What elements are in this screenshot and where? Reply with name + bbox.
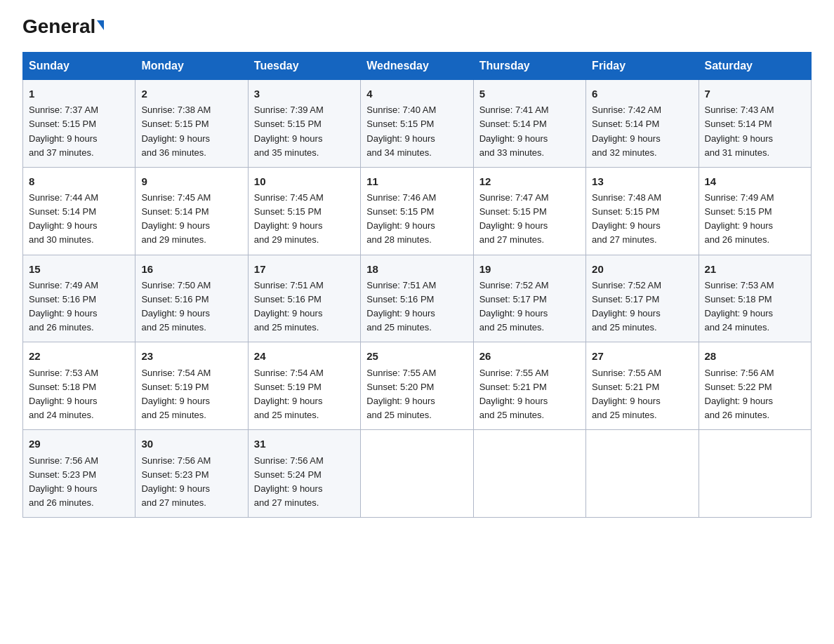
day-info: Sunrise: 7:46 AMSunset: 5:15 PMDaylight:… (366, 191, 467, 248)
day-info: Sunrise: 7:49 AMSunset: 5:15 PMDaylight:… (705, 191, 805, 248)
calendar-day-cell: 17Sunrise: 7:51 AMSunset: 5:16 PMDayligh… (248, 255, 360, 342)
weekday-header-row: SundayMondayTuesdayWednesdayThursdayFrid… (23, 53, 812, 80)
weekday-header-saturday: Saturday (699, 53, 811, 80)
day-info: Sunrise: 7:45 AMSunset: 5:15 PMDaylight:… (254, 191, 355, 248)
day-number: 4 (366, 86, 467, 102)
day-info: Sunrise: 7:52 AMSunset: 5:17 PMDaylight:… (479, 279, 580, 335)
day-info: Sunrise: 7:55 AMSunset: 5:21 PMDaylight:… (479, 366, 580, 423)
calendar-week-row: 15Sunrise: 7:49 AMSunset: 5:16 PMDayligh… (23, 255, 812, 342)
day-info: Sunrise: 7:42 AMSunset: 5:14 PMDaylight:… (592, 103, 692, 160)
page-header: General (22, 17, 812, 38)
calendar-day-cell: 8Sunrise: 7:44 AMSunset: 5:14 PMDaylight… (23, 167, 135, 255)
day-number: 29 (29, 436, 129, 452)
day-info: Sunrise: 7:40 AMSunset: 5:15 PMDaylight:… (366, 103, 467, 160)
calendar-week-row: 8Sunrise: 7:44 AMSunset: 5:14 PMDaylight… (23, 167, 812, 255)
calendar-week-row: 22Sunrise: 7:53 AMSunset: 5:18 PMDayligh… (23, 342, 812, 430)
day-number: 10 (254, 173, 355, 189)
calendar-day-cell: 4Sunrise: 7:40 AMSunset: 5:15 PMDaylight… (361, 80, 473, 168)
day-number: 17 (254, 261, 355, 277)
day-number: 28 (705, 348, 805, 364)
weekday-header-sunday: Sunday (23, 53, 135, 80)
calendar-day-cell (473, 430, 585, 518)
calendar-day-cell: 30Sunrise: 7:56 AMSunset: 5:23 PMDayligh… (135, 430, 248, 518)
day-number: 31 (254, 436, 355, 452)
calendar-day-cell: 13Sunrise: 7:48 AMSunset: 5:15 PMDayligh… (586, 167, 699, 255)
calendar-day-cell: 27Sunrise: 7:55 AMSunset: 5:21 PMDayligh… (586, 342, 699, 430)
logo-line1: General (22, 17, 104, 36)
day-info: Sunrise: 7:47 AMSunset: 5:15 PMDaylight:… (479, 191, 580, 248)
day-number: 7 (705, 86, 805, 102)
calendar-day-cell: 6Sunrise: 7:42 AMSunset: 5:14 PMDaylight… (586, 80, 699, 168)
logo-triangle-icon (97, 20, 104, 30)
day-number: 2 (141, 86, 241, 102)
day-number: 15 (29, 261, 129, 277)
calendar-day-cell: 22Sunrise: 7:53 AMSunset: 5:18 PMDayligh… (23, 342, 135, 430)
day-info: Sunrise: 7:53 AMSunset: 5:18 PMDaylight:… (705, 279, 805, 335)
calendar-day-cell: 29Sunrise: 7:56 AMSunset: 5:23 PMDayligh… (23, 430, 135, 518)
calendar-day-cell: 15Sunrise: 7:49 AMSunset: 5:16 PMDayligh… (23, 255, 135, 342)
day-info: Sunrise: 7:56 AMSunset: 5:22 PMDaylight:… (705, 366, 805, 423)
calendar-day-cell: 5Sunrise: 7:41 AMSunset: 5:14 PMDaylight… (473, 80, 585, 168)
weekday-header-monday: Monday (135, 53, 248, 80)
day-number: 22 (29, 348, 129, 364)
day-number: 20 (592, 261, 692, 277)
day-number: 3 (254, 86, 355, 102)
day-info: Sunrise: 7:54 AMSunset: 5:19 PMDaylight:… (141, 366, 241, 423)
day-info: Sunrise: 7:43 AMSunset: 5:14 PMDaylight:… (705, 103, 805, 160)
day-number: 21 (705, 261, 805, 277)
calendar-day-cell: 1Sunrise: 7:37 AMSunset: 5:15 PMDaylight… (23, 80, 135, 168)
day-number: 6 (592, 86, 692, 102)
calendar-day-cell: 24Sunrise: 7:54 AMSunset: 5:19 PMDayligh… (248, 342, 360, 430)
weekday-header-tuesday: Tuesday (248, 53, 360, 80)
calendar-day-cell: 18Sunrise: 7:51 AMSunset: 5:16 PMDayligh… (361, 255, 473, 342)
weekday-header-thursday: Thursday (473, 53, 585, 80)
day-info: Sunrise: 7:45 AMSunset: 5:14 PMDaylight:… (141, 191, 241, 248)
day-info: Sunrise: 7:39 AMSunset: 5:15 PMDaylight:… (254, 103, 355, 160)
logo-general: General (22, 15, 95, 37)
calendar-day-cell: 2Sunrise: 7:38 AMSunset: 5:15 PMDaylight… (135, 80, 248, 168)
day-info: Sunrise: 7:56 AMSunset: 5:23 PMDaylight:… (141, 454, 241, 511)
day-info: Sunrise: 7:50 AMSunset: 5:16 PMDaylight:… (141, 279, 241, 335)
calendar-day-cell: 12Sunrise: 7:47 AMSunset: 5:15 PMDayligh… (473, 167, 585, 255)
logo: General (22, 17, 104, 38)
day-number: 30 (141, 436, 241, 452)
calendar-table: SundayMondayTuesdayWednesdayThursdayFrid… (22, 52, 812, 518)
day-number: 9 (141, 173, 241, 189)
day-info: Sunrise: 7:56 AMSunset: 5:24 PMDaylight:… (254, 454, 355, 511)
day-info: Sunrise: 7:48 AMSunset: 5:15 PMDaylight:… (592, 191, 692, 248)
day-number: 16 (141, 261, 241, 277)
calendar-week-row: 29Sunrise: 7:56 AMSunset: 5:23 PMDayligh… (23, 430, 812, 518)
day-info: Sunrise: 7:44 AMSunset: 5:14 PMDaylight:… (29, 191, 129, 248)
calendar-day-cell: 3Sunrise: 7:39 AMSunset: 5:15 PMDaylight… (248, 80, 360, 168)
weekday-header-friday: Friday (586, 53, 699, 80)
calendar-day-cell: 9Sunrise: 7:45 AMSunset: 5:14 PMDaylight… (135, 167, 248, 255)
calendar-day-cell (586, 430, 699, 518)
day-number: 18 (366, 261, 467, 277)
day-info: Sunrise: 7:38 AMSunset: 5:15 PMDaylight:… (141, 103, 241, 160)
calendar-day-cell: 25Sunrise: 7:55 AMSunset: 5:20 PMDayligh… (361, 342, 473, 430)
calendar-day-cell: 26Sunrise: 7:55 AMSunset: 5:21 PMDayligh… (473, 342, 585, 430)
calendar-day-cell: 11Sunrise: 7:46 AMSunset: 5:15 PMDayligh… (361, 167, 473, 255)
day-number: 25 (366, 348, 467, 364)
day-info: Sunrise: 7:56 AMSunset: 5:23 PMDaylight:… (29, 454, 129, 511)
calendar-day-cell: 14Sunrise: 7:49 AMSunset: 5:15 PMDayligh… (699, 167, 811, 255)
day-number: 13 (592, 173, 692, 189)
day-number: 23 (141, 348, 241, 364)
calendar-day-cell: 23Sunrise: 7:54 AMSunset: 5:19 PMDayligh… (135, 342, 248, 430)
day-number: 1 (29, 86, 129, 102)
day-info: Sunrise: 7:41 AMSunset: 5:14 PMDaylight:… (479, 103, 580, 160)
day-number: 11 (366, 173, 467, 189)
calendar-day-cell (361, 430, 473, 518)
calendar-day-cell: 10Sunrise: 7:45 AMSunset: 5:15 PMDayligh… (248, 167, 360, 255)
day-info: Sunrise: 7:55 AMSunset: 5:21 PMDaylight:… (592, 366, 692, 423)
day-number: 24 (254, 348, 355, 364)
day-info: Sunrise: 7:51 AMSunset: 5:16 PMDaylight:… (254, 279, 355, 335)
calendar-day-cell: 31Sunrise: 7:56 AMSunset: 5:24 PMDayligh… (248, 430, 360, 518)
calendar-day-cell: 20Sunrise: 7:52 AMSunset: 5:17 PMDayligh… (586, 255, 699, 342)
day-info: Sunrise: 7:37 AMSunset: 5:15 PMDaylight:… (29, 103, 129, 160)
day-number: 8 (29, 173, 129, 189)
calendar-day-cell: 7Sunrise: 7:43 AMSunset: 5:14 PMDaylight… (699, 80, 811, 168)
day-info: Sunrise: 7:49 AMSunset: 5:16 PMDaylight:… (29, 279, 129, 335)
calendar-week-row: 1Sunrise: 7:37 AMSunset: 5:15 PMDaylight… (23, 80, 812, 168)
day-info: Sunrise: 7:52 AMSunset: 5:17 PMDaylight:… (592, 279, 692, 335)
